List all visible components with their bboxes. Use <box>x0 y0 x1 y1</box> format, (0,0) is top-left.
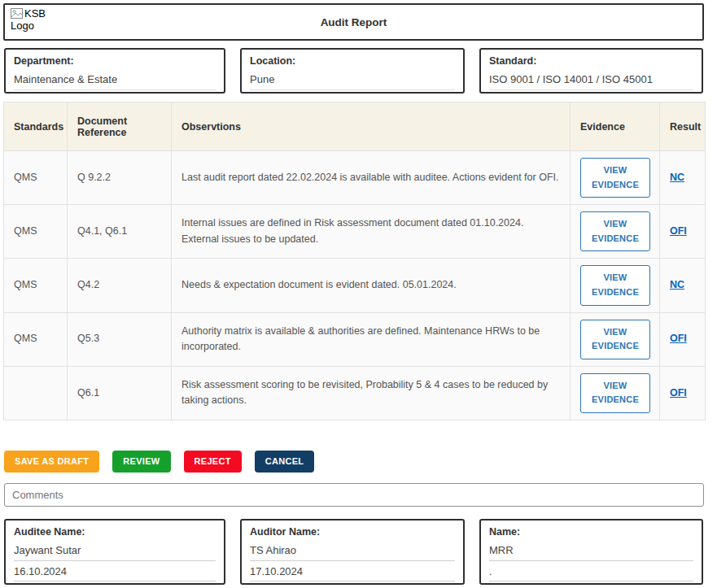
reference-cell: Q 9.2.2 <box>68 151 172 205</box>
result-cell: OFI <box>660 205 706 259</box>
department-field: Department: Maintenance & Estate <box>4 48 225 94</box>
ksb-logo-broken-image: KSB Logo <box>11 7 48 32</box>
page-title: Audit Report <box>321 16 387 28</box>
observation-cell: Internal issues are defined in Risk asse… <box>172 205 571 259</box>
view-evidence-button[interactable]: VIEW EVIDENCE <box>580 373 650 413</box>
result-cell: OFI <box>660 312 706 366</box>
reference-cell: Q4.1, Q6.1 <box>68 205 172 259</box>
standard-cell: QMS <box>4 259 68 312</box>
mrr-date[interactable]: . <box>489 561 693 581</box>
evidence-cell: VIEW EVIDENCE <box>571 205 660 259</box>
column-header-observations: Observtions <box>172 102 571 151</box>
observation-cell: Needs & expectation document is evident … <box>172 259 571 312</box>
table-row: Q6.1 Risk assessment scoring to be revis… <box>4 366 706 420</box>
mrr-field: Name: MRR . <box>479 519 703 585</box>
reference-cell: Q6.1 <box>68 366 172 420</box>
table-row: QMS Q 9.2.2 Last audit report dated 22.0… <box>4 151 706 205</box>
cancel-button[interactable]: CANCEL <box>255 451 315 473</box>
report-header: KSB Logo Audit Report <box>3 3 704 41</box>
auditee-name[interactable]: Jaywant Sutar <box>14 544 216 561</box>
audit-table-body: QMS Q 9.2.2 Last audit report dated 22.0… <box>4 151 706 420</box>
mrr-name[interactable]: MRR <box>489 544 693 561</box>
view-evidence-button[interactable]: VIEW EVIDENCE <box>580 320 650 359</box>
standard-cell: QMS <box>4 151 68 205</box>
auditee-date[interactable]: 16.10.2024 <box>14 561 216 581</box>
table-row: QMS Q5.3 Authority matrix is available &… <box>4 312 706 366</box>
table-header-row: Standards Document Reference Observtions… <box>4 102 706 151</box>
comments-input[interactable] <box>5 489 703 501</box>
save-as-draft-button[interactable]: SAVE AS DRAFT <box>4 451 99 473</box>
result-cell: NC <box>660 151 706 205</box>
observation-cell: Last audit report dated 22.02.2024 is av… <box>172 151 571 205</box>
audit-table: Standards Document Reference Observtions… <box>3 102 706 420</box>
table-row: QMS Q4.2 Needs & expectation document is… <box>4 259 706 312</box>
result-cell: OFI <box>660 366 706 420</box>
auditor-date[interactable]: 17.10.2024 <box>250 561 455 581</box>
auditor-field: Auditor Name: TS Ahirao 17.10.2024 <box>240 519 465 585</box>
column-header-document-reference: Document Reference <box>68 102 172 151</box>
result-link[interactable]: OFI <box>670 387 687 399</box>
evidence-cell: VIEW EVIDENCE <box>571 312 660 366</box>
standard-cell <box>4 366 68 420</box>
column-header-standards: Standards <box>4 102 68 151</box>
standard-cell: QMS <box>4 205 68 259</box>
result-link[interactable]: OFI <box>670 225 687 237</box>
department-label: Department: <box>14 55 216 67</box>
broken-image-icon <box>11 8 23 19</box>
comments-field-wrapper <box>4 483 704 507</box>
auditor-name[interactable]: TS Ahirao <box>250 544 455 561</box>
location-field: Location: Pune <box>240 48 465 94</box>
department-value[interactable]: Maintenance & Estate <box>14 73 216 90</box>
auditor-label: Auditor Name: <box>250 526 455 538</box>
reject-button[interactable]: REJECT <box>184 451 242 473</box>
standard-field: Standard: ISO 9001 / ISO 14001 / ISO 450… <box>479 48 703 94</box>
standard-label: Standard: <box>489 55 693 67</box>
observation-cell: Risk assessment scoring to be revisited,… <box>172 366 571 420</box>
location-value[interactable]: Pune <box>250 73 455 90</box>
auditee-field: Auditee Name: Jaywant Sutar 16.10.2024 <box>4 519 225 585</box>
view-evidence-button[interactable]: VIEW EVIDENCE <box>580 158 650 198</box>
result-link[interactable]: NC <box>670 279 684 290</box>
column-header-evidence: Evidence <box>571 102 660 151</box>
standard-cell: QMS <box>4 312 68 366</box>
column-header-result: Result <box>660 102 706 151</box>
table-row: QMS Q4.1, Q6.1 Internal issues are defin… <box>4 205 706 259</box>
mrr-label: Name: <box>489 526 693 538</box>
view-evidence-button[interactable]: VIEW EVIDENCE <box>580 265 650 305</box>
signoff-row: Auditee Name: Jaywant Sutar 16.10.2024 A… <box>4 519 704 585</box>
info-row: Department: Maintenance & Estate Locatio… <box>4 48 704 94</box>
auditee-label: Auditee Name: <box>14 526 216 538</box>
review-button[interactable]: REVIEW <box>112 451 170 473</box>
result-link[interactable]: NC <box>670 172 684 183</box>
view-evidence-button[interactable]: VIEW EVIDENCE <box>580 211 650 251</box>
evidence-cell: VIEW EVIDENCE <box>571 366 660 420</box>
reference-cell: Q4.2 <box>68 259 172 312</box>
standard-value[interactable]: ISO 9001 / ISO 14001 / ISO 45001 <box>489 73 693 90</box>
result-link[interactable]: OFI <box>670 333 687 344</box>
evidence-cell: VIEW EVIDENCE <box>571 151 660 205</box>
evidence-cell: VIEW EVIDENCE <box>571 259 660 312</box>
action-buttons: SAVE AS DRAFT REVIEW REJECT CANCEL <box>4 451 717 473</box>
result-cell: NC <box>660 259 706 312</box>
location-label: Location: <box>250 55 455 67</box>
reference-cell: Q5.3 <box>68 312 172 366</box>
observation-cell: Authority matrix is available & authorit… <box>172 312 571 366</box>
